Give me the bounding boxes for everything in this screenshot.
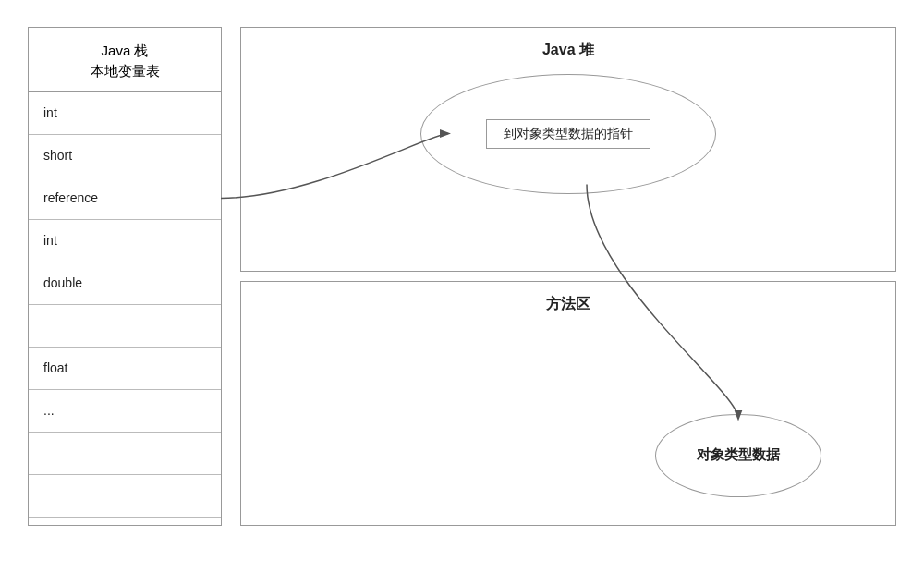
heap-title: Java 堆 xyxy=(241,28,895,60)
diagram-container: Java 栈 本地变量表 int short reference int dou… xyxy=(18,18,906,544)
stack-row-reference: reference xyxy=(29,177,221,220)
stack-row-int2: int xyxy=(29,220,221,262)
method-title: 方法区 xyxy=(241,282,895,314)
stack-row-empty3 xyxy=(29,475,221,518)
stack-row-double: double xyxy=(29,262,221,305)
stack-table: Java 栈 本地变量表 int short reference int dou… xyxy=(28,27,222,526)
method-area: 方法区 对象类型数据 xyxy=(240,281,896,526)
method-ellipse: 对象类型数据 xyxy=(655,414,821,497)
right-panel: Java 堆 到对象类型数据的指针 方法区 对象类型数据 xyxy=(240,27,896,526)
stack-title-line2: 本地变量表 xyxy=(91,63,160,79)
stack-title: Java 栈 本地变量表 xyxy=(29,28,221,92)
stack-title-line1: Java 栈 xyxy=(102,43,149,58)
stack-row-empty2 xyxy=(29,433,221,475)
heap-ellipse: 到对象类型数据的指针 xyxy=(420,74,716,194)
stack-row-float: float xyxy=(29,348,221,390)
stack-row-empty4 xyxy=(29,518,221,560)
heap-area: Java 堆 到对象类型数据的指针 xyxy=(240,27,896,272)
stack-row-short: short xyxy=(29,135,221,177)
stack-row-int1: int xyxy=(29,92,221,135)
stack-row-empty1 xyxy=(29,305,221,348)
stack-row-ellipsis: ... xyxy=(29,390,221,433)
method-ellipse-label: 对象类型数据 xyxy=(697,446,780,464)
heap-ellipse-label: 到对象类型数据的指针 xyxy=(486,119,650,149)
